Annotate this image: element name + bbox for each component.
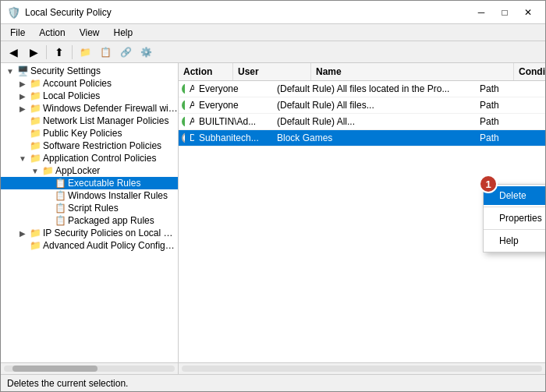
table-row[interactable]: ✓ Allow Everyone (Default Rule) All file… bbox=[179, 81, 545, 97]
sidebar-item-windows-installer-rules[interactable]: 📋 Windows Installer Rules bbox=[1, 189, 178, 202]
sidebar-label-packaged-app-rules: Packaged app Rules bbox=[68, 215, 178, 226]
row4-icon: ⊘ bbox=[179, 132, 185, 143]
row1-user: Everyone bbox=[194, 81, 272, 97]
toggle-local-policies[interactable]: ▶ bbox=[16, 92, 29, 101]
context-menu-separator bbox=[484, 207, 545, 207]
sidebar-item-software-restriction[interactable]: 📁 Software Restriction Policies bbox=[1, 139, 178, 152]
windows-defender-icon: 📁 bbox=[29, 103, 41, 114]
sidebar-item-executable-rules[interactable]: 📋 Executable Rules bbox=[1, 177, 178, 189]
sidebar-item-ip-security[interactable]: ▶ 📁 IP Security Policies on Local Comput… bbox=[1, 227, 178, 239]
sidebar-item-network-list[interactable]: 📁 Network List Manager Policies bbox=[1, 115, 178, 127]
row2-action: Allow bbox=[185, 97, 194, 113]
sidebar-item-security-settings[interactable]: ▼ 🖥️ Security Settings bbox=[1, 65, 178, 77]
security-settings-icon: 🖥️ bbox=[16, 65, 29, 76]
applocker-icon: 📁 bbox=[41, 165, 54, 176]
title-bar: 🛡️ Local Security Policy ─ □ ✕ bbox=[1, 1, 545, 24]
toolbar-separator-1 bbox=[46, 45, 47, 59]
row1-action: Allow bbox=[185, 81, 194, 97]
toggle-applocker[interactable]: ▼ bbox=[29, 167, 41, 175]
context-menu-properties[interactable]: Properties bbox=[484, 209, 545, 228]
sidebar-label-public-key: Public Key Policies bbox=[43, 128, 178, 139]
close-button[interactable]: ✕ bbox=[517, 5, 539, 20]
row3-name: (Default Rule) All... bbox=[272, 114, 475, 129]
toggle-app-control[interactable]: ▼ bbox=[16, 154, 29, 163]
menu-help[interactable]: Help bbox=[108, 26, 140, 40]
executable-rules-icon: 📋 bbox=[54, 178, 66, 189]
sidebar-item-packaged-app-rules[interactable]: 📋 Packaged app Rules bbox=[1, 214, 178, 227]
sidebar-item-app-control[interactable]: ▼ 📁 Application Control Policies bbox=[1, 152, 178, 164]
main-scrollbar[interactable] bbox=[179, 363, 545, 374]
app-icon: 🛡️ bbox=[7, 6, 20, 19]
sidebar-item-public-key[interactable]: 📁 Public Key Policies bbox=[1, 127, 178, 139]
sidebar-label-executable-rules: Executable Rules bbox=[68, 178, 178, 189]
table-row[interactable]: ⊘ Deny Subhanitech... Block Games Path bbox=[179, 130, 545, 147]
sidebar-item-local-policies[interactable]: ▶ 📁 Local Policies bbox=[1, 90, 178, 102]
table-row[interactable]: ✓ Allow BUILTIN\Ad... (Default Rule) All… bbox=[179, 114, 545, 130]
row3-icon: ✓ bbox=[179, 116, 185, 127]
sidebar-label-network-list: Network List Manager Policies bbox=[43, 115, 178, 126]
badge-1: 1 bbox=[479, 175, 498, 193]
menu-file[interactable]: File bbox=[4, 26, 31, 40]
table-row[interactable]: ✓ Allow Everyone (Default Rule) All file… bbox=[179, 97, 545, 114]
sidebar-label-windows-installer-rules: Windows Installer Rules bbox=[68, 190, 178, 201]
export-button[interactable]: 🔗 bbox=[116, 44, 135, 61]
context-menu: Delete Properties Help bbox=[483, 184, 545, 253]
minimize-button[interactable]: ─ bbox=[470, 5, 492, 20]
toggle-windows-defender[interactable]: ▶ bbox=[16, 104, 29, 113]
local-policies-icon: 📁 bbox=[29, 90, 41, 101]
row3-exceptions bbox=[537, 119, 545, 124]
menu-bar: File Action View Help bbox=[1, 24, 545, 41]
account-policies-icon: 📁 bbox=[29, 78, 41, 89]
status-text: Deletes the current selection. bbox=[7, 378, 128, 389]
ip-security-icon: 📁 bbox=[29, 228, 41, 238]
sidebar-item-windows-defender[interactable]: ▶ 📁 Windows Defender Firewall with Adva.… bbox=[1, 102, 178, 115]
title-bar-left: 🛡️ Local Security Policy bbox=[7, 6, 112, 19]
sidebar-label-applocker: AppLocker bbox=[55, 165, 178, 176]
row1-exceptions bbox=[537, 87, 545, 91]
sidebar-label-software-restriction: Software Restriction Policies bbox=[43, 140, 178, 151]
forward-button[interactable]: ▶ bbox=[24, 44, 43, 61]
up-button[interactable]: ⬆ bbox=[50, 44, 69, 61]
context-menu-separator-2 bbox=[484, 229, 545, 230]
settings-button[interactable]: ⚙️ bbox=[136, 44, 155, 61]
win-installer-icon: 📋 bbox=[54, 190, 66, 201]
sidebar-scrollbar[interactable] bbox=[1, 363, 179, 374]
toggle-account-policies[interactable]: ▶ bbox=[16, 79, 29, 88]
copy-button[interactable]: 📋 bbox=[96, 44, 115, 61]
row3-user: BUILTIN\Ad... bbox=[194, 114, 272, 129]
script-rules-icon: 📋 bbox=[54, 203, 66, 214]
row4-exceptions bbox=[537, 136, 545, 140]
toggle-security-settings[interactable]: ▼ bbox=[4, 67, 16, 76]
sidebar-item-advanced-audit[interactable]: 📁 Advanced Audit Policy Configuration bbox=[1, 239, 178, 252]
back-button[interactable]: ◀ bbox=[4, 44, 23, 61]
sidebar-item-script-rules[interactable]: 📋 Script Rules bbox=[1, 202, 178, 214]
public-key-icon: 📁 bbox=[29, 128, 41, 139]
menu-view[interactable]: View bbox=[73, 26, 106, 40]
right-panel: Action User Name Condition Exceptions ✓ … bbox=[179, 63, 545, 362]
advanced-audit-icon: 📁 bbox=[29, 240, 41, 251]
maximize-button[interactable]: □ bbox=[494, 5, 516, 20]
packaged-app-icon: 📋 bbox=[54, 215, 66, 226]
row1-name: (Default Rule) All files located in the … bbox=[272, 81, 475, 97]
sidebar-label-security-settings: Security Settings bbox=[30, 65, 178, 76]
folder-button[interactable]: 📁 bbox=[76, 44, 94, 61]
row2-icon: ✓ bbox=[179, 100, 185, 111]
column-header-action[interactable]: Action bbox=[179, 63, 233, 80]
row2-exceptions bbox=[537, 103, 545, 108]
sidebar-item-applocker[interactable]: ▼ 📁 AppLocker bbox=[1, 164, 178, 177]
sidebar-item-account-policies[interactable]: ▶ 📁 Account Policies bbox=[1, 77, 178, 90]
context-menu-help[interactable]: Help bbox=[484, 231, 545, 250]
title-bar-controls: ─ □ ✕ bbox=[470, 5, 539, 20]
toggle-ip-security[interactable]: ▶ bbox=[16, 229, 29, 238]
sidebar-label-app-control: Application Control Policies bbox=[43, 153, 178, 164]
column-header-user[interactable]: User bbox=[233, 63, 311, 80]
row2-user: Everyone bbox=[194, 97, 272, 113]
column-header-name[interactable]: Name bbox=[311, 63, 514, 80]
menu-action[interactable]: Action bbox=[33, 26, 71, 40]
window-title: Local Security Policy bbox=[25, 7, 112, 18]
row1-icon: ✓ bbox=[179, 83, 185, 94]
column-header-condition[interactable]: Condition bbox=[514, 63, 545, 80]
status-bar: Deletes the current selection. bbox=[1, 374, 545, 391]
toolbar-separator-2 bbox=[72, 45, 73, 59]
row3-action: Allow bbox=[185, 114, 194, 129]
